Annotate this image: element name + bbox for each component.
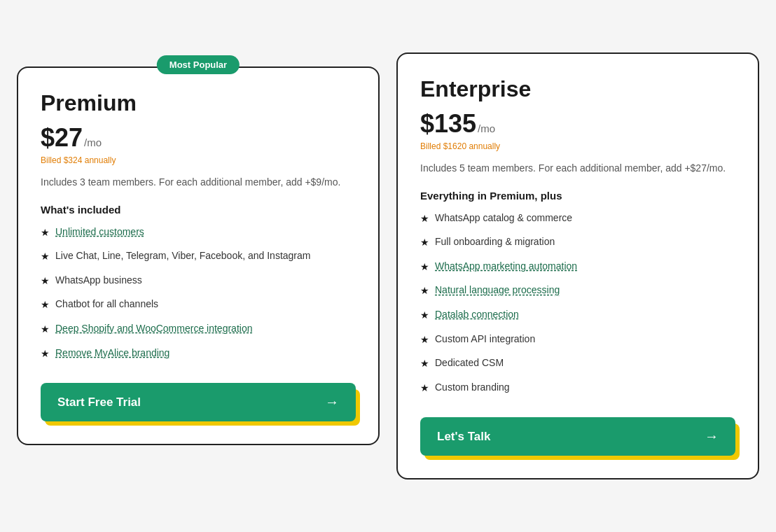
feature-text: Custom branding bbox=[435, 381, 510, 395]
enterprise-plan-name: Enterprise bbox=[420, 76, 735, 102]
feature-text: WhatsApp business bbox=[55, 274, 142, 288]
star-icon: ★ bbox=[420, 357, 429, 371]
feature-text: Full onboarding & migration bbox=[435, 235, 555, 249]
premium-section-title: What's included bbox=[41, 204, 356, 216]
premium-card: Most Popular Premium $27 /mo Billed $324… bbox=[17, 66, 380, 446]
enterprise-cta-wrapper: Let's Talk → bbox=[420, 417, 735, 456]
star-icon: ★ bbox=[420, 260, 429, 274]
lets-talk-label: Let's Talk bbox=[437, 430, 490, 444]
star-icon: ★ bbox=[420, 309, 429, 323]
enterprise-feature-list: ★ WhatsApp catalog & commerce ★ Full onb… bbox=[420, 211, 735, 396]
list-item: ★ Deep Shopify and WooCommerce integrati… bbox=[41, 322, 356, 337]
enterprise-price-amount: $135 bbox=[420, 109, 476, 139]
start-free-trial-label: Start Free Trial bbox=[57, 396, 141, 410]
feature-text: Dedicated CSM bbox=[435, 356, 504, 370]
enterprise-card: Enterprise $135 /mo Billed $1620 annuall… bbox=[396, 52, 759, 480]
star-icon: ★ bbox=[420, 212, 429, 226]
list-item: ★ Full onboarding & migration bbox=[420, 235, 735, 250]
star-icon: ★ bbox=[41, 298, 50, 312]
star-icon: ★ bbox=[41, 250, 50, 264]
list-item: ★ WhatsApp catalog & commerce bbox=[420, 211, 735, 226]
lets-talk-button[interactable]: Let's Talk → bbox=[420, 417, 735, 456]
feature-text: Custom API integration bbox=[435, 332, 535, 346]
list-item: ★ Natural language processing bbox=[420, 284, 735, 298]
list-item: ★ Remove MyAlice branding bbox=[41, 346, 356, 361]
star-icon: ★ bbox=[41, 226, 50, 240]
feature-text: Chatbot for all channels bbox=[55, 298, 158, 312]
star-icon: ★ bbox=[420, 382, 429, 396]
feature-text: WhatsApp catalog & commerce bbox=[435, 211, 572, 225]
enterprise-price-period: /mo bbox=[478, 122, 495, 134]
feature-link[interactable]: Datalab connection bbox=[435, 308, 519, 322]
feature-link[interactable]: WhatsApp marketing automation bbox=[435, 260, 577, 274]
feature-text: Live Chat, Line, Telegram, Viber, Facebo… bbox=[55, 249, 310, 263]
arrow-right-icon: → bbox=[705, 428, 719, 444]
premium-cta-wrapper: Start Free Trial → bbox=[41, 383, 356, 421]
premium-price-period: /mo bbox=[84, 136, 102, 148]
most-popular-badge: Most Popular bbox=[157, 55, 240, 74]
star-icon: ★ bbox=[420, 284, 429, 298]
list-item: ★ Dedicated CSM bbox=[420, 356, 735, 371]
premium-price-amount: $27 bbox=[41, 123, 83, 153]
arrow-right-icon: → bbox=[325, 394, 339, 410]
list-item: ★ WhatsApp marketing automation bbox=[420, 260, 735, 274]
enterprise-team-note: Includes 5 team members. For each additi… bbox=[420, 161, 735, 176]
list-item: ★ Datalab connection bbox=[420, 308, 735, 323]
list-item: ★ Chatbot for all channels bbox=[41, 298, 356, 312]
star-icon: ★ bbox=[41, 323, 50, 337]
star-icon: ★ bbox=[41, 274, 50, 288]
star-icon: ★ bbox=[420, 333, 429, 347]
premium-plan-name: Premium bbox=[41, 90, 356, 116]
pricing-container: Most Popular Premium $27 /mo Billed $324… bbox=[17, 52, 759, 480]
list-item: ★ Custom branding bbox=[420, 381, 735, 396]
enterprise-price-row: $135 /mo bbox=[420, 109, 735, 139]
premium-price-row: $27 /mo bbox=[41, 123, 356, 153]
feature-link[interactable]: Natural language processing bbox=[435, 284, 560, 298]
enterprise-billed: Billed $1620 annually bbox=[420, 141, 735, 151]
feature-link[interactable]: Remove MyAlice branding bbox=[55, 346, 169, 360]
list-item: ★ Unlimited customers bbox=[41, 225, 356, 240]
list-item: ★ Custom API integration bbox=[420, 332, 735, 347]
feature-link[interactable]: Unlimited customers bbox=[55, 225, 144, 239]
enterprise-section-title: Everything in Premium, plus bbox=[420, 190, 735, 202]
premium-team-note: Includes 3 team members. For each additi… bbox=[41, 175, 356, 190]
feature-link[interactable]: Deep Shopify and WooCommerce integration bbox=[55, 322, 252, 336]
list-item: ★ WhatsApp business bbox=[41, 274, 356, 288]
premium-feature-list: ★ Unlimited customers ★ Live Chat, Line,… bbox=[41, 225, 356, 361]
premium-billed: Billed $324 annually bbox=[41, 155, 356, 165]
list-item: ★ Live Chat, Line, Telegram, Viber, Face… bbox=[41, 249, 356, 264]
star-icon: ★ bbox=[41, 347, 50, 361]
start-free-trial-button[interactable]: Start Free Trial → bbox=[41, 383, 356, 421]
star-icon: ★ bbox=[420, 236, 429, 250]
